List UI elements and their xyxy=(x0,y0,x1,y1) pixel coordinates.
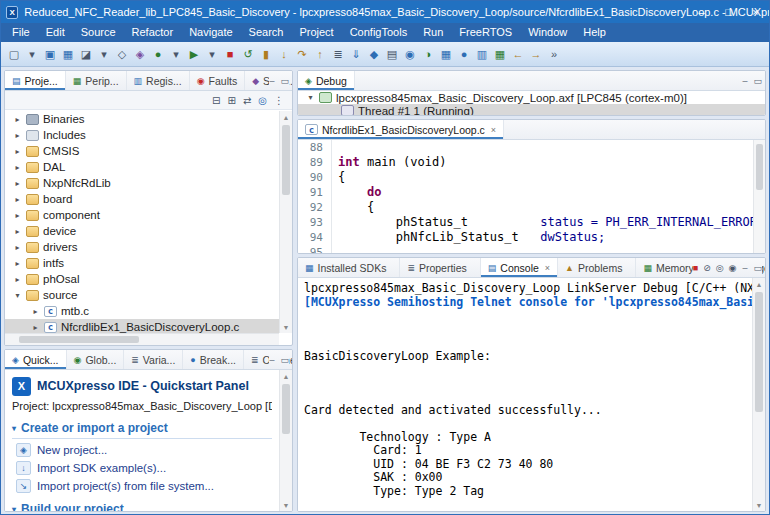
expand-all-icon[interactable]: ⊞ xyxy=(227,95,235,106)
tree-item[interactable]: ▸ device xyxy=(5,223,279,239)
scroll-up-icon[interactable]: ▲ xyxy=(753,278,765,290)
quickstart-tab[interactable]: ◉ Glob... xyxy=(67,350,125,369)
tree-item[interactable]: ▸ drivers xyxy=(5,239,279,255)
build-menu-icon[interactable]: ▾ xyxy=(95,45,113,64)
close-tab-icon[interactable]: × xyxy=(545,263,550,273)
console-area-tab[interactable]: ▤ Console × xyxy=(481,258,558,277)
pin-console-icon[interactable]: ◉ xyxy=(729,263,737,273)
tree-item[interactable]: ▸ NxpNfcRdLib xyxy=(5,175,279,191)
gui-flash-tool-icon[interactable]: ◆ xyxy=(365,45,383,64)
quickstart-tab[interactable]: ≣ Varia... xyxy=(124,350,183,369)
tree-item[interactable]: ▸ CMSIS xyxy=(5,143,279,159)
expand-arrow-icon[interactable]: ▸ xyxy=(13,195,22,204)
section-build-project[interactable]: ▾ Build your project xyxy=(12,502,272,511)
tree-item[interactable]: ▾ source xyxy=(5,287,279,303)
explorer-tab[interactable]: ▥ Regis... xyxy=(127,71,190,90)
focus-icon[interactable]: ◎ xyxy=(258,95,267,106)
restart-icon[interactable]: ↺ xyxy=(239,45,257,64)
scrollbar-thumb[interactable] xyxy=(755,292,763,412)
menu-item[interactable]: Source xyxy=(73,23,124,42)
console-output[interactable]: lpcxpresso845max_Basic_Discovery_Loop Li… xyxy=(298,278,752,511)
import-fs-link[interactable]: ↘ Import project(s) from file system... xyxy=(12,479,272,493)
tree-item[interactable]: ▸ Includes xyxy=(5,127,279,143)
scroll-down-icon[interactable]: ▼ xyxy=(753,499,765,511)
console-area-tab[interactable]: ▲ Problems xyxy=(558,258,636,277)
menu-item[interactable]: Refactor xyxy=(124,23,182,42)
clean-icon[interactable]: ◇ xyxy=(113,45,131,64)
menu-item[interactable]: Window xyxy=(520,23,575,42)
new-file-menu-icon[interactable]: ▾ xyxy=(23,45,41,64)
tree-item[interactable]: ▸ c mtb.c xyxy=(5,303,279,319)
menu-item[interactable]: File xyxy=(4,23,38,42)
expand-arrow-icon[interactable]: ▸ xyxy=(31,323,40,332)
code-area[interactable]: 88 89 int main (void) 90 { 91 do 92 { 93… xyxy=(298,140,753,253)
terminate-icon[interactable]: ■ xyxy=(221,45,239,64)
expand-arrow-icon[interactable]: ▸ xyxy=(31,307,40,316)
scrollbar-thumb[interactable] xyxy=(282,125,290,195)
tree-item[interactable]: ▸ Binaries xyxy=(5,111,279,127)
menu-item[interactable]: Search xyxy=(241,23,292,42)
step-into-icon[interactable]: ↓ xyxy=(275,45,293,64)
horizontal-scrollbar[interactable] xyxy=(5,333,279,345)
tree-item[interactable]: ▸ board xyxy=(5,191,279,207)
scrollbar-thumb[interactable] xyxy=(756,144,763,190)
quickstart-tab[interactable]: ◈ Quick... xyxy=(5,350,67,369)
step-over-icon[interactable]: ↷ xyxy=(293,45,311,64)
expand-arrow-icon[interactable]: ▾ xyxy=(13,291,22,300)
vertical-scrollbar[interactable]: ▲ ▼ xyxy=(279,370,292,511)
tree-item[interactable]: ▸ component xyxy=(5,207,279,223)
profile-icon[interactable]: ◑ xyxy=(419,45,437,64)
suspend-icon[interactable]: ▮ xyxy=(257,45,275,64)
menu-item[interactable]: Project xyxy=(291,23,341,42)
installed-sdks-icon[interactable]: ▦ xyxy=(437,45,455,64)
expand-arrow-icon[interactable]: ▸ xyxy=(13,275,22,284)
close-tab-icon[interactable]: × xyxy=(491,125,496,135)
quickstart-tab[interactable]: ● Break... xyxy=(183,350,244,369)
debug-tree-item[interactable]: Thread #1 1 (Running) xyxy=(298,104,765,115)
minimize-panel-icon[interactable]: – xyxy=(742,76,747,86)
maximize-panel-icon[interactable]: ▭ xyxy=(280,355,289,365)
scrollbar-thumb[interactable] xyxy=(19,336,139,343)
forward-icon[interactable]: → xyxy=(527,45,545,64)
new-wizard-icon[interactable]: ◈ xyxy=(131,45,149,64)
minimize-panel-icon[interactable]: – xyxy=(742,263,747,273)
menu-item[interactable]: Navigate xyxy=(181,23,240,42)
back-icon[interactable]: ← xyxy=(509,45,527,64)
menu-item[interactable]: ConfigTools xyxy=(342,23,415,42)
tree-item[interactable]: ▸ intfs xyxy=(5,255,279,271)
scroll-down-icon[interactable]: ▼ xyxy=(280,321,292,333)
registers-icon[interactable]: ▥ xyxy=(473,45,491,64)
console-area-tab[interactable]: ▦ Installed SDKs xyxy=(298,258,400,277)
import-sdk-link[interactable]: ↓ Import SDK example(s)... xyxy=(12,461,272,475)
tree-item[interactable]: ▸ phOsal xyxy=(5,271,279,287)
save-icon[interactable]: ▣ xyxy=(41,45,59,64)
debug-icon[interactable]: ● xyxy=(149,45,167,64)
maximize-panel-icon[interactable]: ▭ xyxy=(753,76,762,86)
minimize-panel-icon[interactable]: – xyxy=(269,355,274,365)
step-return-icon[interactable]: ↑ xyxy=(311,45,329,64)
toolbar-overflow-icon[interactable]: » xyxy=(545,45,563,64)
vertical-scrollbar[interactable]: ▲ ▼ xyxy=(752,278,765,511)
collapse-all-icon[interactable]: ⊟ xyxy=(212,95,220,106)
search-icon[interactable]: ◉ xyxy=(401,45,419,64)
build-icon[interactable]: ◪ xyxy=(77,45,95,64)
section-create-import[interactable]: ▾ Create or import a project xyxy=(12,421,272,439)
expand-arrow-icon[interactable]: ▸ xyxy=(13,131,22,140)
tab-debug[interactable]: ◈ Debug xyxy=(298,71,355,90)
debug-menu-icon[interactable]: ▾ xyxy=(167,45,185,64)
expand-arrow-icon[interactable]: ▾ xyxy=(306,93,315,102)
minimize-button[interactable]: – xyxy=(688,1,715,23)
vertical-scrollbar[interactable]: ▲ ▼ xyxy=(279,111,292,333)
scroll-up-icon[interactable]: ▲ xyxy=(280,370,292,382)
instruction-stepping-icon[interactable]: ≣ xyxy=(329,45,347,64)
peripherals-icon[interactable]: ▦ xyxy=(491,45,509,64)
terminal-icon[interactable]: ▤ xyxy=(383,45,401,64)
explorer-tab[interactable]: ▤ Proje... xyxy=(5,71,66,90)
vertical-scrollbar[interactable] xyxy=(753,140,765,253)
menu-item[interactable]: FreeRTOS xyxy=(451,23,520,42)
scroll-down-icon[interactable]: ▼ xyxy=(280,499,292,511)
debug-tree-item[interactable]: ▾ lpcxpresso845max_Basic_Discovery_Loop.… xyxy=(298,91,765,104)
run-icon[interactable]: ▶ xyxy=(185,45,203,64)
menu-item[interactable]: Edit xyxy=(38,23,73,42)
menu-item[interactable]: Help xyxy=(575,23,614,42)
